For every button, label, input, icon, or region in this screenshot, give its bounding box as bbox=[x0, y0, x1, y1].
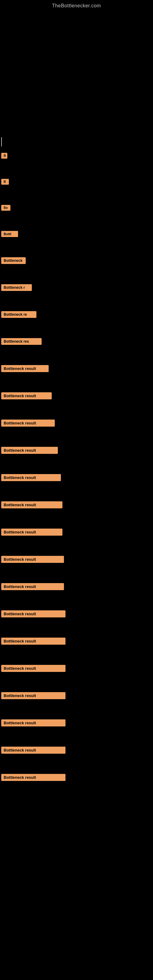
spacer bbox=[0, 458, 153, 471]
list-item: Bottleneck result bbox=[0, 444, 153, 458]
spacer bbox=[0, 163, 153, 175]
bottleneck-bar-16: Bottleneck result bbox=[1, 556, 64, 563]
list-item: Bottleneck result bbox=[0, 580, 153, 595]
list-item: Bottleneck result bbox=[0, 607, 153, 622]
spacer bbox=[0, 350, 153, 362]
list-item: Bottleneck result bbox=[0, 498, 153, 513]
spacer bbox=[0, 704, 153, 716]
list-item: Bottleneck result bbox=[0, 743, 153, 758]
bottleneck-bar-10: Bottleneck result bbox=[1, 392, 52, 399]
list-item: Bottl bbox=[0, 228, 153, 242]
bottleneck-bar-23: Bottleneck result bbox=[1, 747, 65, 754]
bottleneck-bar-6: Bottleneck r bbox=[1, 284, 32, 291]
list-item: Bottleneck result bbox=[0, 525, 153, 540]
spacer bbox=[0, 269, 153, 281]
bottleneck-bar-9: Bottleneck result bbox=[1, 365, 49, 372]
list-item: Bottleneck result bbox=[0, 389, 153, 404]
list-item: Bottleneck re bbox=[0, 308, 153, 323]
bottleneck-bar-11: Bottleneck result bbox=[1, 420, 55, 426]
list-item: Bottleneck result bbox=[0, 716, 153, 731]
bottleneck-bar-8: Bottleneck res bbox=[1, 338, 41, 345]
chart-area bbox=[0, 12, 153, 134]
site-header: TheBottlenecker.com bbox=[0, 0, 153, 12]
spacer bbox=[0, 242, 153, 254]
bottleneck-bar-3: Bo bbox=[1, 205, 10, 211]
bottleneck-bar-24: Bottleneck result bbox=[1, 774, 65, 781]
bottleneck-bar-17: Bottleneck result bbox=[1, 583, 64, 590]
bottleneck-bar-7: Bottleneck re bbox=[1, 311, 37, 318]
list-item: Bottleneck result bbox=[0, 662, 153, 676]
list-item: B bbox=[0, 150, 153, 163]
list-item: Bottleneck result bbox=[0, 416, 153, 431]
spacer bbox=[0, 189, 153, 202]
list-item: Bo bbox=[0, 202, 153, 215]
spacer bbox=[0, 513, 153, 525]
list-item: Bottleneck bbox=[0, 254, 153, 269]
bottleneck-bar-18: Bottleneck result bbox=[1, 610, 65, 617]
bottleneck-bar-5: Bottleneck bbox=[1, 257, 26, 264]
spacer bbox=[0, 486, 153, 498]
spacer bbox=[0, 731, 153, 743]
spacer bbox=[0, 568, 153, 580]
bottleneck-bar-2: B bbox=[1, 179, 9, 185]
spacer bbox=[0, 595, 153, 607]
spacer bbox=[0, 323, 153, 335]
spacer bbox=[0, 649, 153, 662]
list-item: Bottleneck result bbox=[0, 552, 153, 568]
list-item: Bottleneck res bbox=[0, 335, 153, 350]
bottleneck-bar-13: Bottleneck result bbox=[1, 474, 61, 481]
bottleneck-bar-1: B bbox=[1, 153, 7, 159]
spacer bbox=[0, 215, 153, 228]
spacer bbox=[0, 676, 153, 689]
bottleneck-bar-19: Bottleneck result bbox=[1, 638, 65, 645]
bottleneck-bar-14: Bottleneck result bbox=[1, 501, 62, 508]
list-item: Bottleneck r bbox=[0, 281, 153, 296]
bottleneck-bar-4: Bottl bbox=[1, 231, 18, 237]
spacer bbox=[0, 404, 153, 416]
bottleneck-bar-21: Bottleneck result bbox=[1, 692, 65, 699]
list-item: Bottleneck result bbox=[0, 770, 153, 786]
list-item: Bottleneck result bbox=[0, 362, 153, 377]
list-item: B bbox=[0, 175, 153, 189]
bottleneck-bar-12: Bottleneck result bbox=[1, 447, 58, 454]
bottleneck-bar-15: Bottleneck result bbox=[1, 528, 62, 536]
spacer bbox=[0, 758, 153, 770]
spacer bbox=[0, 622, 153, 634]
spacer bbox=[0, 377, 153, 389]
site-title: TheBottlenecker.com bbox=[0, 0, 153, 12]
spacer bbox=[0, 431, 153, 444]
list-item: Bottleneck result bbox=[0, 471, 153, 486]
bottleneck-bar-20: Bottleneck result bbox=[1, 665, 65, 672]
list-item: Bottleneck result bbox=[0, 689, 153, 704]
cursor-line bbox=[1, 137, 2, 146]
list-item: Bottleneck result bbox=[0, 634, 153, 649]
bottleneck-bar-22: Bottleneck result bbox=[1, 719, 65, 726]
spacer bbox=[0, 296, 153, 308]
spacer bbox=[0, 540, 153, 552]
